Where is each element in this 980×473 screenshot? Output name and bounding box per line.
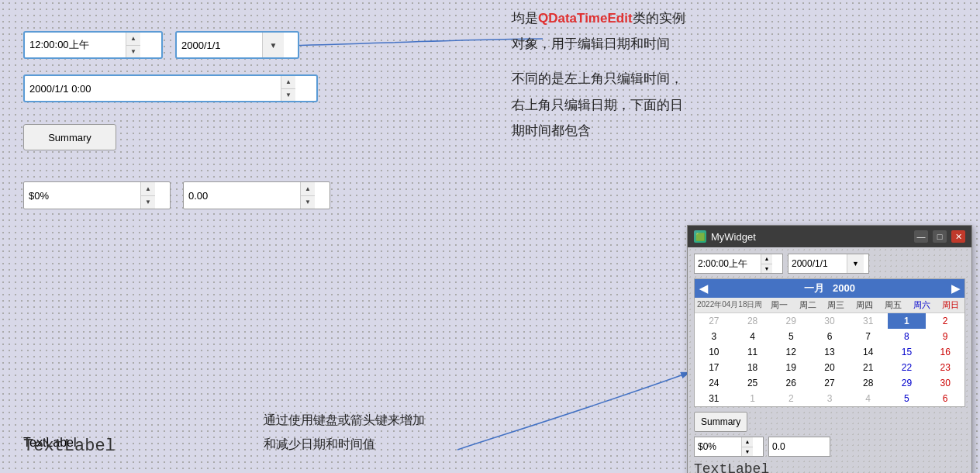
- cal-cell-21[interactable]: 21: [849, 360, 888, 375]
- decimal-spinner-down[interactable]: ▼: [301, 196, 315, 209]
- cal-cell-27b[interactable]: 27: [810, 375, 849, 391]
- cal-prev[interactable]: ◀: [699, 282, 708, 295]
- cal-cell-5b[interactable]: 5: [888, 391, 927, 406]
- datetime-field[interactable]: 2000/1/1 0:00: [25, 83, 281, 95]
- cal-cell-6[interactable]: 6: [810, 329, 849, 344]
- weekday-tue: 周二: [793, 298, 822, 312]
- close-button[interactable]: ✕: [951, 230, 965, 243]
- time-input[interactable]: 12:00:00上午 ▲ ▼: [23, 31, 163, 59]
- cal-cell-4b[interactable]: 4: [849, 391, 888, 406]
- w-percent-spinner[interactable]: ▲ ▼: [741, 437, 753, 456]
- widget-controls[interactable]: — □ ✕: [914, 230, 965, 243]
- time-field[interactable]: 12:00:00上午: [25, 40, 126, 51]
- cal-cell-22[interactable]: 22: [888, 360, 927, 375]
- cal-cell-23[interactable]: 23: [926, 360, 964, 375]
- cal-cell-4[interactable]: 4: [733, 329, 772, 344]
- cal-cell-20[interactable]: 20: [810, 360, 849, 375]
- w-date-field[interactable]: 2000/1/1: [788, 258, 847, 269]
- cal-cell-5[interactable]: 5: [771, 329, 810, 344]
- date-dropdown-arrow[interactable]: ▼: [262, 33, 284, 57]
- cal-cell-16[interactable]: 16: [926, 344, 964, 360]
- w-time-down[interactable]: ▼: [761, 264, 772, 274]
- w-percent-down[interactable]: ▼: [742, 447, 753, 457]
- annotation-text-1: 均是: [512, 11, 538, 26]
- percent-spinner-down[interactable]: ▼: [141, 196, 155, 209]
- datetime-spinner[interactable]: ▲ ▼: [281, 76, 295, 101]
- cal-cell-18[interactable]: 18: [733, 360, 772, 375]
- widget-title-left: 🟩 MyWidget: [694, 230, 756, 243]
- date-input[interactable]: 2000/1/1 ▼: [175, 31, 299, 59]
- w-date-input[interactable]: 2000/1/1 ▼: [788, 254, 869, 274]
- datetime-input[interactable]: 2000/1/1 0:00 ▲ ▼: [23, 74, 318, 102]
- percent-field[interactable]: $0%: [24, 190, 140, 202]
- bottom-annotation-line-2: 和减少日期和时间值: [264, 434, 481, 454]
- annotation-line-1: 均是QDataTimeEdit类的实例: [512, 8, 791, 29]
- datetime-spinner-down[interactable]: ▼: [281, 89, 295, 102]
- calendar-body[interactable]: 27 28 29 30 31 1 2 3 4 5 6 7 8 9 10 11 1…: [695, 313, 964, 406]
- cal-cell-1[interactable]: 1: [888, 313, 927, 329]
- w-time-input[interactable]: 2:00:00上午 ▲ ▼: [694, 254, 783, 274]
- cal-cell-3[interactable]: 3: [695, 329, 733, 344]
- cal-cell-27a[interactable]: 27: [695, 313, 733, 329]
- cal-cell-17[interactable]: 17: [695, 360, 733, 375]
- w-percent-field[interactable]: $0%: [695, 441, 741, 452]
- w-date-arrow[interactable]: ▼: [847, 254, 864, 273]
- cal-cell-10[interactable]: 10: [695, 344, 733, 360]
- datetime-spinner-up[interactable]: ▲: [281, 76, 295, 89]
- w-row2: Summary: [694, 412, 965, 432]
- cal-cell-9[interactable]: 9: [926, 329, 964, 344]
- cal-cell-3b[interactable]: 3: [810, 391, 849, 406]
- time-spinner-up[interactable]: ▲: [126, 33, 140, 46]
- calendar-week-header-row: 2022年04月18日周 周一 周二 周三 周四 周五 周六 周日: [695, 298, 964, 313]
- decimal-field[interactable]: 0.00: [184, 190, 300, 202]
- w-decimal-field[interactable]: 0.0: [769, 441, 812, 452]
- percent-spinner[interactable]: ▲ ▼: [140, 182, 155, 209]
- cal-cell-11[interactable]: 11: [733, 344, 772, 360]
- cal-cell-28b[interactable]: 28: [849, 375, 888, 391]
- cal-cell-29b[interactable]: 29: [888, 375, 927, 391]
- cal-cell-1b[interactable]: 1: [733, 391, 772, 406]
- cal-year: 2000: [833, 282, 855, 294]
- cal-cell-2b[interactable]: 2: [771, 391, 810, 406]
- w-percent-input[interactable]: $0% ▲ ▼: [694, 437, 764, 457]
- cal-cell-14[interactable]: 14: [849, 344, 888, 360]
- cal-cell-15[interactable]: 15: [888, 344, 927, 360]
- maximize-button[interactable]: □: [933, 230, 947, 243]
- minimize-button[interactable]: —: [914, 230, 928, 243]
- w-time-spinner[interactable]: ▲ ▼: [761, 254, 772, 273]
- cal-cell-12[interactable]: 12: [771, 344, 810, 360]
- cal-cell-7[interactable]: 7: [849, 329, 888, 344]
- decimal-spinner-up[interactable]: ▲: [301, 182, 315, 196]
- cal-cell-30b[interactable]: 30: [926, 375, 964, 391]
- cal-cell-31a[interactable]: 31: [849, 313, 888, 329]
- cal-cell-28a[interactable]: 28: [733, 313, 772, 329]
- cal-cell-19[interactable]: 19: [771, 360, 810, 375]
- cal-cell-6b[interactable]: 6: [926, 391, 964, 406]
- cal-cell-13[interactable]: 13: [810, 344, 849, 360]
- percent-spinner-up[interactable]: ▲: [141, 182, 155, 196]
- cal-cell-26[interactable]: 26: [771, 375, 810, 391]
- decimal-input[interactable]: 0.00 ▲ ▼: [183, 181, 330, 209]
- summary-button[interactable]: Summary: [23, 124, 116, 150]
- cal-cell-29a[interactable]: 29: [771, 313, 810, 329]
- cal-cell-25[interactable]: 25: [733, 375, 772, 391]
- cal-cell-8[interactable]: 8: [888, 329, 927, 344]
- percent-input[interactable]: $0% ▲ ▼: [23, 181, 171, 209]
- w-decimal-input[interactable]: 0.0: [768, 437, 830, 457]
- date-field[interactable]: 2000/1/1: [177, 40, 262, 51]
- cal-cell-31b[interactable]: 31: [695, 391, 733, 406]
- cal-cell-30a[interactable]: 30: [810, 313, 849, 329]
- cal-cell-2[interactable]: 2: [926, 313, 964, 329]
- time-spinner-down[interactable]: ▼: [126, 46, 140, 58]
- w-time-up[interactable]: ▲: [761, 254, 772, 264]
- cal-next[interactable]: ▶: [951, 282, 960, 295]
- w-percent-up[interactable]: ▲: [742, 437, 753, 447]
- cal-cell-24[interactable]: 24: [695, 375, 733, 391]
- bottom-annotation: 通过使用键盘或箭头键来增加 和减少日期和时间值: [264, 410, 481, 459]
- weekday-fri: 周五: [879, 298, 908, 312]
- w-time-field[interactable]: 2:00:00上午: [695, 258, 761, 269]
- widget-title: MyWidget: [711, 231, 756, 243]
- time-spinner[interactable]: ▲ ▼: [126, 33, 140, 57]
- w-summary-button[interactable]: Summary: [694, 412, 747, 432]
- decimal-spinner[interactable]: ▲ ▼: [300, 182, 315, 209]
